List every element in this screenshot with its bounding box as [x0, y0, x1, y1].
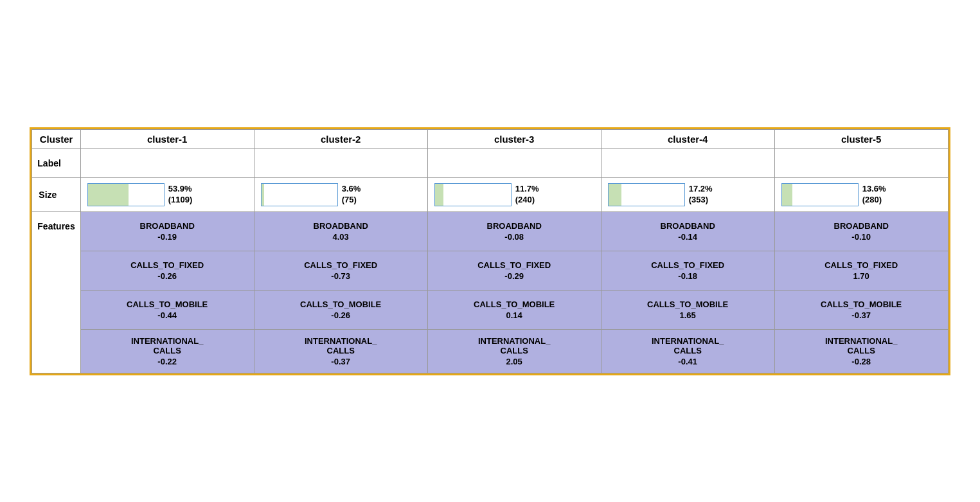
label-cell-1	[80, 148, 254, 177]
feature-value-calls-fixed-3: -0.29	[432, 271, 597, 281]
feature-value-calls-mobile-3: 0.14	[432, 310, 597, 320]
feature-value-calls-fixed-2: -0.73	[258, 271, 423, 281]
feature-value-intl-calls-5: -0.28	[779, 357, 944, 366]
size-bar-container-3	[434, 183, 512, 206]
cluster-2-header: cluster-2	[254, 129, 427, 148]
feature-row-calls-fixed: CALLS_TO_FIXED -0.26 CALLS_TO_FIXED -0.7…	[32, 251, 948, 290]
size-bar-fill-4	[609, 184, 621, 206]
feature-calls-fixed-1: CALLS_TO_FIXED -0.26	[80, 251, 254, 290]
corner-header: Cluster	[32, 129, 80, 148]
size-cell-5: 13.6% (280)	[774, 177, 948, 211]
feature-name-intl-calls-5: INTERNATIONAL_ CALLS	[779, 336, 944, 355]
feature-value-calls-mobile-2: -0.26	[258, 310, 423, 320]
feature-calls-fixed-2: CALLS_TO_FIXED -0.73	[254, 251, 427, 290]
feature-row-calls-mobile: CALLS_TO_MOBILE -0.44 CALLS_TO_MOBILE -0…	[32, 290, 948, 329]
feature-name-broadband-4: BROADBAND	[605, 221, 771, 231]
cluster-5-header: cluster-5	[774, 129, 948, 148]
feature-name-calls-mobile-3: CALLS_TO_MOBILE	[432, 300, 597, 309]
size-text-3: 11.7% (240)	[515, 184, 539, 206]
size-cell-4: 17.2% (353)	[601, 177, 774, 211]
feature-value-calls-mobile-5: -0.37	[779, 310, 944, 320]
feature-name-broadband-5: BROADBAND	[779, 221, 944, 231]
feature-name-calls-fixed-4: CALLS_TO_FIXED	[605, 260, 771, 270]
feature-name-calls-mobile-2: CALLS_TO_MOBILE	[258, 300, 423, 309]
feature-broadband-2: BROADBAND 4.03	[254, 211, 427, 251]
size-bar-container-5	[781, 183, 859, 206]
feature-intl-calls-2: INTERNATIONAL_ CALLS -0.37	[254, 329, 427, 373]
feature-value-broadband-1: -0.19	[85, 232, 250, 242]
size-row: Size 53.9% (1109)	[32, 177, 948, 211]
cluster-4-header: cluster-4	[601, 129, 774, 148]
feature-value-calls-mobile-4: 1.65	[605, 310, 771, 320]
feature-calls-fixed-4: CALLS_TO_FIXED -0.18	[601, 251, 774, 290]
size-bar-fill-2	[262, 184, 264, 206]
feature-calls-mobile-3: CALLS_TO_MOBILE 0.14	[427, 290, 601, 329]
feature-value-intl-calls-1: -0.22	[85, 357, 250, 366]
feature-broadband-3: BROADBAND -0.08	[427, 211, 601, 251]
label-row-label: Label	[32, 148, 80, 177]
size-text-4: 17.2% (353)	[689, 184, 713, 206]
feature-calls-fixed-5: CALLS_TO_FIXED 1.70	[774, 251, 948, 290]
feature-name-calls-mobile-1: CALLS_TO_MOBILE	[85, 300, 250, 309]
label-cell-2	[254, 148, 427, 177]
label-cell-5	[774, 148, 948, 177]
feature-value-calls-fixed-1: -0.26	[85, 271, 250, 281]
feature-name-broadband-1: BROADBAND	[85, 221, 250, 231]
feature-name-intl-calls-1: INTERNATIONAL_ CALLS	[85, 336, 250, 355]
feature-intl-calls-5: INTERNATIONAL_ CALLS -0.28	[774, 329, 948, 373]
label-cell-4	[601, 148, 774, 177]
size-cell-3: 11.7% (240)	[427, 177, 601, 211]
feature-broadband-1: BROADBAND -0.19	[80, 211, 254, 251]
cluster-table-wrapper: Cluster cluster-1 cluster-2 cluster-3 cl…	[30, 127, 950, 375]
feature-name-intl-calls-3: INTERNATIONAL_ CALLS	[432, 336, 597, 355]
feature-name-calls-mobile-5: CALLS_TO_MOBILE	[779, 300, 944, 309]
feature-calls-mobile-5: CALLS_TO_MOBILE -0.37	[774, 290, 948, 329]
feature-name-calls-fixed-2: CALLS_TO_FIXED	[258, 260, 423, 270]
feature-calls-mobile-2: CALLS_TO_MOBILE -0.26	[254, 290, 427, 329]
size-text-5: 13.6% (280)	[862, 184, 886, 206]
feature-value-calls-fixed-5: 1.70	[779, 271, 944, 281]
feature-broadband-4: BROADBAND -0.14	[601, 211, 774, 251]
feature-name-intl-calls-2: INTERNATIONAL_ CALLS	[258, 336, 423, 355]
feature-value-broadband-3: -0.08	[432, 232, 597, 242]
size-bar-container-1	[87, 183, 165, 206]
size-cell-2: 3.6% (75)	[254, 177, 427, 211]
feature-value-intl-calls-2: -0.37	[258, 357, 423, 366]
feature-row-intl-calls: INTERNATIONAL_ CALLS -0.22 INTERNATIONAL…	[32, 329, 948, 373]
main-table: Cluster cluster-1 cluster-2 cluster-3 cl…	[31, 129, 948, 373]
size-bar-fill-1	[88, 184, 129, 206]
feature-name-calls-fixed-3: CALLS_TO_FIXED	[432, 260, 597, 270]
label-row: Label	[32, 148, 948, 177]
size-bar-container-2	[261, 183, 338, 206]
feature-value-broadband-5: -0.10	[779, 232, 944, 242]
feature-calls-mobile-4: CALLS_TO_MOBILE 1.65	[601, 290, 774, 329]
feature-value-intl-calls-3: 2.05	[432, 357, 597, 366]
feature-calls-mobile-1: CALLS_TO_MOBILE -0.44	[80, 290, 254, 329]
size-bar-container-4	[608, 183, 685, 206]
feature-value-broadband-2: 4.03	[258, 232, 423, 242]
cluster-3-header: cluster-3	[427, 129, 601, 148]
size-row-label: Size	[32, 177, 80, 211]
feature-broadband-5: BROADBAND -0.10	[774, 211, 948, 251]
feature-intl-calls-3: INTERNATIONAL_ CALLS 2.05	[427, 329, 601, 373]
size-bar-fill-5	[782, 184, 792, 206]
size-text-1: 53.9% (1109)	[168, 184, 193, 206]
feature-name-broadband-3: BROADBAND	[432, 221, 597, 231]
size-text-2: 3.6% (75)	[342, 184, 361, 206]
feature-name-calls-mobile-4: CALLS_TO_MOBILE	[605, 300, 771, 309]
label-cell-3	[427, 148, 601, 177]
size-cell-1: 53.9% (1109)	[80, 177, 254, 211]
feature-name-calls-fixed-5: CALLS_TO_FIXED	[779, 260, 944, 270]
feature-calls-fixed-3: CALLS_TO_FIXED -0.29	[427, 251, 601, 290]
feature-value-intl-calls-4: -0.41	[605, 357, 771, 366]
features-row-label: Features	[32, 211, 80, 373]
feature-name-calls-fixed-1: CALLS_TO_FIXED	[85, 260, 250, 270]
size-bar-fill-3	[435, 184, 444, 206]
feature-value-broadband-4: -0.14	[605, 232, 771, 242]
feature-intl-calls-1: INTERNATIONAL_ CALLS -0.22	[80, 329, 254, 373]
feature-value-calls-mobile-1: -0.44	[85, 310, 250, 320]
feature-value-calls-fixed-4: -0.18	[605, 271, 771, 281]
feature-row-broadband: Features BROADBAND -0.19 BROADBAND 4.03 …	[32, 211, 948, 251]
feature-name-broadband-2: BROADBAND	[258, 221, 423, 231]
feature-name-intl-calls-4: INTERNATIONAL_ CALLS	[605, 336, 771, 355]
